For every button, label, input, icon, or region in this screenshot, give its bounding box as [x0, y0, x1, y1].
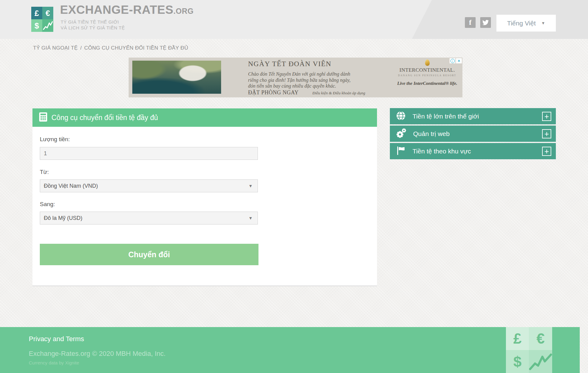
ad-headline[interactable]: NGÀY TẾT ĐOÀN VIÊN	[248, 60, 331, 68]
expand-plus-icon[interactable]: +	[542, 129, 551, 138]
pound-icon: £	[31, 7, 42, 19]
amount-label: Lượng tiền:	[40, 136, 70, 143]
expand-plus-icon[interactable]: +	[542, 112, 551, 121]
sidebar-item-label: Quản trị web	[413, 130, 450, 138]
tagline-line-1: TỶ GIÁ TIỀN TỆ THẾ GIỚI	[61, 19, 125, 25]
ad-terms-text: Điều kiện & Điều khoản áp dụng	[312, 91, 365, 96]
ad-photo[interactable]	[132, 61, 221, 94]
adchoices-info-icon[interactable]: i	[450, 58, 455, 63]
breadcrumb-separator: /	[80, 45, 82, 51]
privacy-terms-link[interactable]: Privacy and Terms	[29, 335, 84, 343]
copyright-text: Exchange-Rates.org © 2020 MBH Media, Inc…	[29, 350, 166, 358]
flag-icon	[396, 146, 406, 157]
breadcrumb: TỶ GIÁ NGOẠI TỆ/CÔNG CỤ CHUYỂN ĐỔI TIỀN …	[33, 45, 188, 51]
converter-title: Công cụ chuyển đổi tiền tệ đầy đủ	[51, 114, 158, 122]
ad-brand-block: INTERCONTINENTAL. DANANG SUN PENINSULA R…	[394, 59, 461, 86]
ad-body-line-3: đón tiễn sân bay cùng nhiều đặc quyền kh…	[248, 83, 350, 89]
sidebar-item-webmaster[interactable]: Quản trị web +	[390, 126, 556, 142]
from-label: Từ:	[40, 169, 49, 175]
amount-input[interactable]	[40, 147, 258, 160]
pound-icon: £	[506, 327, 529, 350]
converter-card: Công cụ chuyển đổi tiền tệ đầy đủ Lượng …	[32, 108, 377, 286]
sidebar-item-world-currencies[interactable]: Tiền tệ lớn trên thế giới +	[390, 108, 556, 124]
sidebar: Tiền tệ lớn trên thế giới + Quản trị web…	[390, 108, 556, 160]
breadcrumb-current: CÔNG CỤ CHUYỂN ĐỔI TIỀN TỆ ĐẦY ĐỦ	[84, 45, 188, 51]
site-title[interactable]: EXCHANGE-RATES.ORG	[60, 3, 194, 17]
ad-brand-subtitle: DANANG SUN PENINSULA RESORT	[394, 74, 461, 77]
site-tagline: TỶ GIÁ TIỀN TỆ THẾ GIỚI VÀ LỊCH SỬ TỶ GI…	[61, 19, 125, 31]
globe-icon	[396, 111, 406, 122]
adchoices-controls: i ✕	[450, 58, 462, 63]
ad-body-line-1: Chào đón Tết Nguyên Đán với gói nghỉ dưỡ…	[248, 71, 350, 77]
data-credit-text: Currency data by Xignite	[29, 360, 79, 365]
tagline-line-2: VÀ LỊCH SỬ TỶ GIÁ TIỀN TỆ	[61, 25, 125, 31]
sidebar-item-label: Tiền tệ lớn trên thế giới	[413, 113, 479, 120]
twitter-icon[interactable]	[480, 17, 491, 28]
chart-icon	[529, 350, 552, 373]
calculator-icon	[39, 112, 47, 123]
convert-button[interactable]: Chuyển đổi	[40, 244, 258, 265]
to-currency-select[interactable]: Đô la Mỹ (USD) ▼	[40, 212, 258, 224]
ad-cta-button[interactable]: ĐẶT PHÒNG NGAY	[248, 89, 299, 96]
dollar-icon: $	[506, 350, 529, 373]
brand-gem-icon	[425, 59, 430, 66]
sidebar-item-regional-currencies[interactable]: Tiền tệ theo khu vực +	[390, 143, 556, 159]
expand-plus-icon[interactable]: +	[542, 147, 551, 156]
language-selector-label: Tiếng Việt	[507, 20, 536, 27]
chevron-down-icon: ▼	[541, 21, 545, 25]
info-glyph: i	[450, 59, 455, 63]
ad-banner[interactable]: NGÀY TẾT ĐOÀN VIÊN Chào đón Tết Nguyên Đ…	[129, 58, 462, 97]
converter-card-header: Công cụ chuyển đổi tiền tệ đầy đủ	[32, 108, 377, 127]
gears-icon	[396, 128, 406, 140]
to-currency-value: Đô la Mỹ (USD)	[44, 215, 82, 221]
ad-body-line-2: riêng cho gia đình! Tận hưởng bữa sáng h…	[248, 77, 350, 83]
euro-icon: €	[529, 327, 552, 350]
language-selector[interactable]: Tiếng Việt ▼	[496, 15, 556, 32]
site-title-main: EXCHANGE-RATES	[60, 3, 173, 16]
facebook-icon[interactable]: f	[465, 17, 476, 28]
ad-close-icon[interactable]: ✕	[456, 58, 462, 63]
site-title-tld: .ORG	[173, 7, 194, 15]
chevron-down-icon: ▼	[248, 183, 253, 188]
site-header: £ € $ EXCHANGE-RATES.ORG TỶ GIÁ TIỀN TỆ …	[0, 0, 588, 39]
from-currency-value: Đồng Việt Nam (VND)	[44, 183, 98, 189]
breadcrumb-link-home[interactable]: TỶ GIÁ NGOẠI TỆ	[33, 45, 78, 51]
footer-logo: £ € $	[506, 327, 552, 373]
dollar-icon: $	[31, 19, 42, 32]
sidebar-item-label: Tiền tệ theo khu vực	[413, 148, 471, 155]
site-logo[interactable]: £ € $	[31, 7, 53, 32]
chart-icon	[42, 19, 53, 32]
euro-icon: €	[42, 7, 53, 19]
ad-body-text: Chào đón Tết Nguyên Đán với gói nghỉ dưỡ…	[248, 71, 350, 89]
chevron-down-icon: ▼	[248, 216, 253, 220]
page: £ € $ EXCHANGE-RATES.ORG TỶ GIÁ TIỀN TỆ …	[0, 0, 588, 373]
to-label: Sang:	[40, 201, 55, 208]
ad-brand-name: INTERCONTINENTAL.	[394, 67, 461, 73]
footer: Privacy and Terms Exchange-Rates.org © 2…	[0, 327, 580, 373]
ad-brand-tagline: Live the InterContinental® life.	[394, 81, 461, 86]
from-currency-select[interactable]: Đồng Việt Nam (VND) ▼	[40, 179, 258, 192]
